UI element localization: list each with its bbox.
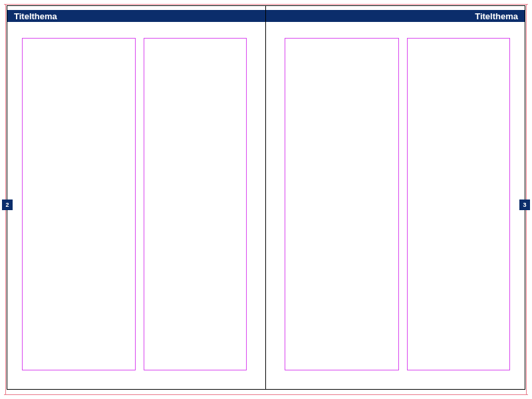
header-title-left: Titelthema xyxy=(14,11,57,21)
header-bar-left: Titelthema xyxy=(7,10,265,22)
page-spread: Titelthema Titelthema xyxy=(7,5,525,390)
text-column-guide xyxy=(144,38,247,370)
header-bar-right: Titelthema xyxy=(266,10,525,22)
right-page: Titelthema xyxy=(266,6,525,389)
page-number-tab-left: 2 xyxy=(2,200,13,210)
left-page-columns xyxy=(22,38,247,370)
page-number-tab-right: 3 xyxy=(519,200,530,210)
bleed-guide-top xyxy=(4,4,528,5)
text-column-guide xyxy=(285,38,399,370)
text-column-guide xyxy=(407,38,510,370)
right-page-columns xyxy=(285,38,510,370)
text-column-guide xyxy=(22,38,136,370)
page-number-left: 2 xyxy=(5,201,9,208)
page-number-right: 3 xyxy=(523,201,526,208)
bleed-guide-bottom xyxy=(4,394,528,395)
left-page: Titelthema xyxy=(7,6,266,389)
header-title-right: Titelthema xyxy=(475,11,518,21)
